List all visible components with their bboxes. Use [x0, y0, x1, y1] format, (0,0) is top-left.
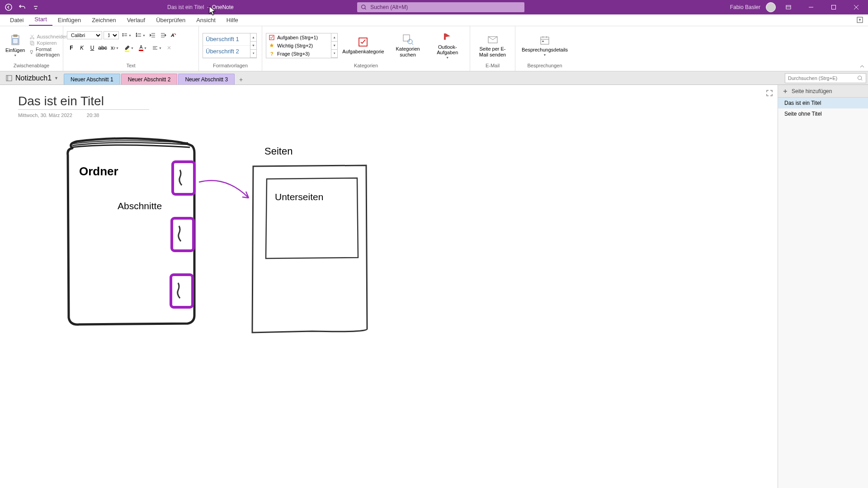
add-page-button[interactable]: Seite hinzufügen [778, 85, 868, 98]
bold-button[interactable]: F [67, 43, 76, 52]
ribbon-mode-icon[interactable] [778, 0, 798, 14]
styles-more-icon[interactable]: ▾ [250, 50, 256, 58]
clear-format-button[interactable]: A [169, 31, 178, 40]
clipboard-group-label: Zwischenablage [4, 63, 59, 69]
svg-point-13 [123, 35, 123, 36]
svg-point-26 [858, 76, 862, 80]
style-h2[interactable]: Überschrift 2 [203, 46, 256, 58]
svg-rect-27 [173, 162, 194, 194]
underline-button[interactable]: U [88, 43, 97, 52]
qat-dropdown-icon[interactable] [32, 3, 40, 11]
tab-view[interactable]: Ansicht [191, 14, 221, 26]
styles-down-icon[interactable]: ▼ [250, 42, 256, 50]
svg-rect-28 [172, 218, 193, 251]
page-panel: Seite hinzufügen Das ist ein Titel Seite… [778, 85, 868, 488]
avatar[interactable] [766, 2, 776, 12]
svg-rect-2 [786, 5, 791, 9]
user-name[interactable]: Fabio Basler [730, 4, 760, 10]
outdent-button[interactable] [148, 31, 157, 40]
svg-rect-24 [542, 41, 544, 42]
search-box[interactable] [357, 2, 524, 12]
numbering-button[interactable]: 12▼ [134, 31, 147, 40]
style-h1[interactable]: Überschrift 1 [203, 33, 256, 46]
svg-rect-3 [832, 5, 836, 9]
font-name-select[interactable]: Calibri [67, 31, 102, 39]
search-input[interactable] [370, 4, 521, 10]
bullets-button[interactable]: ▼ [120, 31, 133, 40]
add-section-button[interactable]: + [236, 75, 246, 84]
tags-more-icon[interactable]: ▾ [331, 50, 337, 58]
tags-gallery[interactable]: Aufgaben (Strg+1) Wichtig (Strg+2) ?Frag… [266, 33, 338, 58]
meeting-details-button[interactable]: Besprechungsdetails▼ [519, 33, 571, 58]
tag-todo[interactable]: Aufgaben (Strg+1) [266, 33, 337, 42]
tab-review[interactable]: Überprüfen [151, 14, 191, 26]
fullscreen-icon[interactable] [766, 89, 773, 99]
svg-rect-29 [171, 275, 193, 307]
tag-important[interactable]: Wichtig (Strg+2) [266, 42, 337, 50]
tab-start[interactable]: Start [29, 14, 52, 26]
close-button[interactable] [846, 0, 866, 14]
tab-history[interactable]: Verlauf [122, 14, 151, 26]
styles-up-icon[interactable]: ▲ [250, 33, 256, 42]
titlebar: Das ist ein Titel - OneNote Fabio Basler [0, 0, 868, 14]
svg-point-0 [5, 4, 12, 10]
align-button[interactable]: ▼ [151, 43, 163, 52]
page-time[interactable]: 20:38 [87, 113, 99, 118]
page-item-2[interactable]: Seite ohne Titel [778, 108, 868, 119]
italic-button[interactable]: K [77, 43, 86, 52]
text-group-label: Text [67, 63, 195, 69]
label-ordner: Ordner [79, 164, 118, 178]
canvas[interactable]: Das ist ein Titel Mittwoch, 30. März 202… [0, 85, 778, 488]
tags-up-icon[interactable]: ▲ [331, 33, 337, 42]
meetings-group-label: Besprechungen [519, 63, 571, 69]
tab-help[interactable]: Hilfe [221, 14, 244, 26]
share-icon[interactable] [856, 16, 863, 25]
svg-rect-7 [13, 38, 18, 44]
outlook-tasks-button[interactable]: Outlook-Aufgaben▼ [429, 31, 466, 61]
label-seiten: Seiten [264, 145, 292, 157]
page-date[interactable]: Mittwoch, 30. März 2022 [18, 113, 72, 118]
undo-icon[interactable] [18, 3, 26, 11]
section-tab-2[interactable]: Neuer Abschnitt 2 [121, 74, 178, 84]
maximize-button[interactable] [824, 0, 844, 14]
styles-gallery[interactable]: Überschrift 1 Überschrift 2 ▲▼▾ [203, 33, 257, 58]
collapse-ribbon-icon[interactable] [859, 63, 865, 71]
label-unterseiten: Unterseiten [275, 192, 323, 202]
task-category-button[interactable]: Aufgabenkategorie [340, 35, 387, 55]
email-page-button[interactable]: Seite per E-Mail senden [474, 33, 511, 58]
svg-rect-10 [30, 41, 33, 44]
back-icon[interactable] [5, 3, 13, 11]
section-tab-1[interactable]: Neuer Abschnitt 1 [64, 74, 120, 84]
notebook-dropdown[interactable]: Notizbuch1 ▼ [0, 71, 64, 84]
ribbon-tabs: Datei Start Einfügen Zeichnen Verlauf Üb… [0, 14, 868, 26]
window-title: Das ist ein Titel - OneNote [167, 4, 234, 10]
section-tab-3[interactable]: Neuer Abschnitt 3 [178, 74, 235, 84]
tab-draw[interactable]: Zeichnen [86, 14, 121, 26]
tag-question[interactable]: ?Frage (Strg+3) [266, 50, 337, 58]
font-color-button[interactable]: A▼ [137, 43, 149, 52]
search-pages-input[interactable] [788, 75, 857, 81]
tab-insert[interactable]: Einfügen [52, 14, 86, 26]
drawing-area: Ordner Abschnitte Seiten [59, 130, 393, 349]
svg-point-1 [362, 5, 365, 9]
svg-rect-6 [14, 35, 17, 37]
font-size-select[interactable]: 11 [104, 31, 119, 39]
paste-button[interactable]: Einfügen ▼ [4, 33, 27, 58]
highlight-button[interactable]: ▼ [123, 43, 135, 52]
ribbon: Einfügen ▼ Ausschneiden Kopieren Format … [0, 26, 868, 71]
search-pages-box[interactable] [785, 73, 866, 83]
page-item-1[interactable]: Das ist ein Titel [778, 98, 868, 108]
find-tags-button[interactable]: Kategorien suchen [389, 33, 427, 58]
delete-button[interactable]: ✕ [165, 43, 174, 52]
strike-button[interactable]: abc [98, 43, 107, 52]
subscript-button[interactable]: x2▼ [108, 43, 121, 52]
minimize-button[interactable] [801, 0, 821, 14]
notebook-bar: Notizbuch1 ▼ Neuer Abschnitt 1 Neuer Abs… [0, 71, 868, 85]
page-title[interactable]: Das ist ein Titel [18, 94, 149, 110]
styles-group-label: Formatvorlagen [203, 63, 258, 69]
svg-rect-25 [6, 75, 12, 81]
tags-down-icon[interactable]: ▼ [331, 42, 337, 50]
tags-group-label: Kategorien [266, 63, 466, 69]
tab-file[interactable]: Datei [5, 14, 29, 26]
indent-button[interactable] [159, 31, 168, 40]
